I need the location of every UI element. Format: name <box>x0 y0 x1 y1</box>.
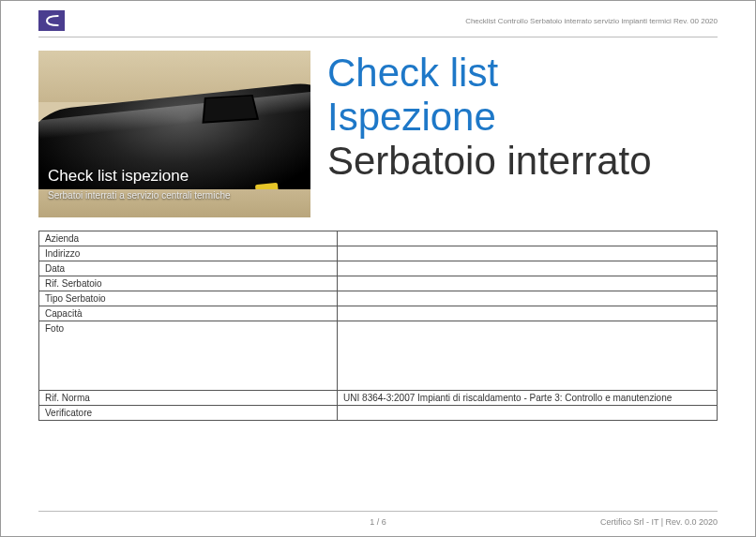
header-doc-title: Checklist Controllo Serbatoio interrato … <box>465 17 718 25</box>
title-line-1: Check list <box>327 51 718 95</box>
table-row: Data <box>39 261 718 276</box>
table-row-value <box>338 261 718 276</box>
table-row-value <box>338 246 718 261</box>
table-row: Tipo Serbatoio <box>39 291 718 306</box>
footer-right: Certifico Srl - IT | Rev. 0.0 2020 <box>600 517 718 527</box>
table-row: Indirizzo <box>39 246 718 261</box>
table-row-value <box>338 291 718 306</box>
table-row-label: Data <box>39 261 338 276</box>
table-row-label: Rif. Serbatoio <box>39 276 338 291</box>
info-table: AziendaIndirizzoDataRif. SerbatoioTipo S… <box>38 231 718 421</box>
table-row-label: Azienda <box>39 231 338 246</box>
table-row: Verificatore <box>39 406 718 421</box>
table-row-label: Tipo Serbatoio <box>39 291 338 306</box>
photo-overlay-title: Check list ispezione <box>48 167 189 186</box>
tank-photo: Check list ispezione Serbatoi interrati … <box>38 51 310 217</box>
table-row: Azienda <box>39 231 718 246</box>
photo-overlay-subtitle: Serbatoi interrati a servizio centrali t… <box>48 190 231 201</box>
main-area: Check list ispezione Serbatoi interrati … <box>1 51 755 217</box>
table-row: Foto <box>39 321 718 391</box>
table-row-value <box>338 231 718 246</box>
table-row-label: Foto <box>39 321 338 391</box>
title-block: Check list Ispezione Serbatoio interrato <box>327 51 718 183</box>
table-row: Rif. NormaUNI 8364-3:2007 Impianti di ri… <box>39 391 718 406</box>
table-row-label: Indirizzo <box>39 246 338 261</box>
table-row-value <box>338 306 718 321</box>
title-line-3: Serbatoio interrato <box>327 139 718 183</box>
table-row: Rif. Serbatoio <box>39 276 718 291</box>
brand-logo <box>38 10 65 31</box>
table-row-value <box>338 406 718 421</box>
table-row-value: UNI 8364-3:2007 Impianti di riscaldament… <box>338 391 718 406</box>
footer-page-number: 1 / 6 <box>370 517 386 527</box>
table-row-label: Verificatore <box>39 406 338 421</box>
title-line-2: Ispezione <box>327 95 718 139</box>
logo-c-icon <box>42 14 61 27</box>
header: Checklist Controllo Serbatoio interrato … <box>1 1 755 37</box>
table-row-value <box>338 321 718 391</box>
table-row-label: Rif. Norma <box>39 391 338 406</box>
table-row-label: Capacità <box>39 306 338 321</box>
header-divider <box>38 37 718 37</box>
table-row: Capacità <box>39 306 718 321</box>
photo-tank-hatch <box>202 95 259 124</box>
table-row-value <box>338 276 718 291</box>
footer: 1 / 6 Certifico Srl - IT | Rev. 0.0 2020 <box>38 511 718 527</box>
